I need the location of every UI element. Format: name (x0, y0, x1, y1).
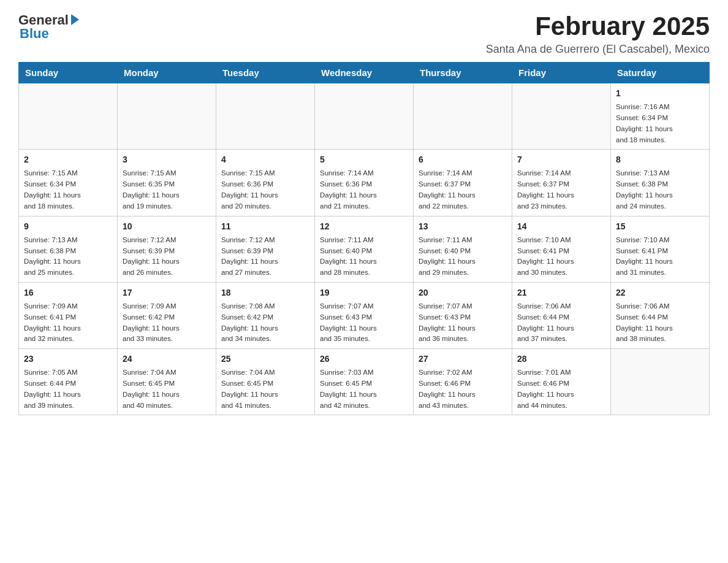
calendar-cell (315, 83, 414, 150)
calendar-cell: 21Sunrise: 7:06 AM Sunset: 6:44 PM Dayli… (512, 282, 611, 348)
day-info: Sunrise: 7:07 AM Sunset: 6:43 PM Dayligh… (320, 301, 408, 345)
day-number: 18 (221, 286, 309, 299)
day-number: 9 (24, 220, 112, 233)
day-info: Sunrise: 7:04 AM Sunset: 6:45 PM Dayligh… (123, 367, 211, 411)
calendar-cell: 1Sunrise: 7:16 AM Sunset: 6:34 PM Daylig… (611, 83, 710, 150)
calendar-table: SundayMondayTuesdayWednesdayThursdayFrid… (18, 62, 710, 415)
day-number: 24 (123, 353, 211, 366)
day-number: 1 (616, 87, 704, 100)
day-info: Sunrise: 7:15 AM Sunset: 6:34 PM Dayligh… (24, 168, 112, 212)
weekday-header-sunday: Sunday (19, 63, 118, 83)
calendar-cell (414, 83, 512, 150)
day-info: Sunrise: 7:09 AM Sunset: 6:42 PM Dayligh… (123, 301, 211, 345)
day-number: 6 (419, 153, 507, 166)
calendar-week-row: 2Sunrise: 7:15 AM Sunset: 6:34 PM Daylig… (19, 150, 710, 216)
day-number: 5 (320, 153, 408, 166)
day-number: 2 (24, 153, 112, 166)
calendar-cell: 12Sunrise: 7:11 AM Sunset: 6:40 PM Dayli… (315, 216, 414, 282)
weekday-header-friday: Friday (512, 63, 611, 83)
day-number: 26 (320, 353, 408, 366)
day-number: 11 (221, 220, 309, 233)
day-info: Sunrise: 7:10 AM Sunset: 6:41 PM Dayligh… (517, 235, 605, 278)
calendar-cell: 22Sunrise: 7:06 AM Sunset: 6:44 PM Dayli… (611, 282, 710, 348)
day-number: 27 (419, 353, 507, 366)
calendar-cell: 7Sunrise: 7:14 AM Sunset: 6:37 PM Daylig… (512, 150, 611, 216)
calendar-cell: 5Sunrise: 7:14 AM Sunset: 6:36 PM Daylig… (315, 150, 414, 216)
day-info: Sunrise: 7:03 AM Sunset: 6:45 PM Dayligh… (320, 367, 408, 411)
weekday-header-thursday: Thursday (414, 63, 512, 83)
day-info: Sunrise: 7:13 AM Sunset: 6:38 PM Dayligh… (24, 235, 112, 278)
calendar-cell: 9Sunrise: 7:13 AM Sunset: 6:38 PM Daylig… (19, 216, 118, 282)
day-number: 15 (616, 220, 704, 233)
day-info: Sunrise: 7:08 AM Sunset: 6:42 PM Dayligh… (221, 301, 309, 345)
day-info: Sunrise: 7:12 AM Sunset: 6:39 PM Dayligh… (221, 235, 309, 278)
weekday-header-row: SundayMondayTuesdayWednesdayThursdayFrid… (19, 63, 710, 83)
day-info: Sunrise: 7:04 AM Sunset: 6:45 PM Dayligh… (221, 367, 309, 411)
calendar-cell (19, 83, 118, 150)
calendar-cell: 19Sunrise: 7:07 AM Sunset: 6:43 PM Dayli… (315, 282, 414, 348)
day-number: 7 (517, 153, 605, 166)
day-number: 10 (123, 220, 211, 233)
calendar-cell: 11Sunrise: 7:12 AM Sunset: 6:39 PM Dayli… (216, 216, 315, 282)
day-number: 23 (24, 353, 112, 366)
weekday-header-wednesday: Wednesday (315, 63, 414, 83)
day-number: 22 (616, 286, 704, 299)
day-info: Sunrise: 7:11 AM Sunset: 6:40 PM Dayligh… (320, 235, 408, 278)
calendar-cell (611, 349, 710, 415)
day-info: Sunrise: 7:15 AM Sunset: 6:35 PM Dayligh… (123, 168, 211, 212)
calendar-cell: 18Sunrise: 7:08 AM Sunset: 6:42 PM Dayli… (216, 282, 315, 348)
calendar-week-row: 1Sunrise: 7:16 AM Sunset: 6:34 PM Daylig… (19, 83, 710, 150)
day-info: Sunrise: 7:14 AM Sunset: 6:36 PM Dayligh… (320, 168, 408, 212)
calendar-cell: 3Sunrise: 7:15 AM Sunset: 6:35 PM Daylig… (118, 150, 216, 216)
day-info: Sunrise: 7:13 AM Sunset: 6:38 PM Dayligh… (616, 168, 704, 212)
calendar-week-row: 16Sunrise: 7:09 AM Sunset: 6:41 PM Dayli… (19, 282, 710, 348)
day-number: 12 (320, 220, 408, 233)
calendar-cell: 8Sunrise: 7:13 AM Sunset: 6:38 PM Daylig… (611, 150, 710, 216)
day-number: 21 (517, 286, 605, 299)
day-info: Sunrise: 7:12 AM Sunset: 6:39 PM Dayligh… (123, 235, 211, 278)
page-subtitle: Santa Ana de Guerrero (El Cascabel), Mex… (486, 43, 710, 56)
calendar-cell: 16Sunrise: 7:09 AM Sunset: 6:41 PM Dayli… (19, 282, 118, 348)
calendar-cell: 28Sunrise: 7:01 AM Sunset: 6:46 PM Dayli… (512, 349, 611, 415)
calendar-body: 1Sunrise: 7:16 AM Sunset: 6:34 PM Daylig… (19, 83, 710, 415)
title-block: February 2025 Santa Ana de Guerrero (El … (486, 12, 710, 56)
calendar-cell: 17Sunrise: 7:09 AM Sunset: 6:42 PM Dayli… (118, 282, 216, 348)
day-number: 13 (419, 220, 507, 233)
day-number: 28 (517, 353, 605, 366)
calendar-cell: 14Sunrise: 7:10 AM Sunset: 6:41 PM Dayli… (512, 216, 611, 282)
day-info: Sunrise: 7:05 AM Sunset: 6:44 PM Dayligh… (24, 367, 112, 411)
calendar-cell (512, 83, 611, 150)
day-info: Sunrise: 7:07 AM Sunset: 6:43 PM Dayligh… (419, 301, 507, 345)
calendar-cell: 6Sunrise: 7:14 AM Sunset: 6:37 PM Daylig… (414, 150, 512, 216)
calendar-cell: 4Sunrise: 7:15 AM Sunset: 6:36 PM Daylig… (216, 150, 315, 216)
page-header: General Blue February 2025 Santa Ana de … (18, 12, 710, 56)
day-number: 19 (320, 286, 408, 299)
day-info: Sunrise: 7:14 AM Sunset: 6:37 PM Dayligh… (517, 168, 605, 212)
page-title: February 2025 (486, 12, 710, 40)
calendar-cell: 15Sunrise: 7:10 AM Sunset: 6:41 PM Dayli… (611, 216, 710, 282)
calendar-week-row: 23Sunrise: 7:05 AM Sunset: 6:44 PM Dayli… (19, 349, 710, 415)
day-info: Sunrise: 7:09 AM Sunset: 6:41 PM Dayligh… (24, 301, 112, 345)
day-number: 16 (24, 286, 112, 299)
day-info: Sunrise: 7:14 AM Sunset: 6:37 PM Dayligh… (419, 168, 507, 212)
day-info: Sunrise: 7:16 AM Sunset: 6:34 PM Dayligh… (616, 102, 704, 145)
logo: General Blue (18, 12, 79, 42)
calendar-cell: 27Sunrise: 7:02 AM Sunset: 6:46 PM Dayli… (414, 349, 512, 415)
calendar-cell: 2Sunrise: 7:15 AM Sunset: 6:34 PM Daylig… (19, 150, 118, 216)
calendar-cell (216, 83, 315, 150)
day-number: 4 (221, 153, 309, 166)
calendar-header: SundayMondayTuesdayWednesdayThursdayFrid… (19, 63, 710, 83)
weekday-header-saturday: Saturday (611, 63, 710, 83)
day-number: 14 (517, 220, 605, 233)
calendar-cell: 24Sunrise: 7:04 AM Sunset: 6:45 PM Dayli… (118, 349, 216, 415)
calendar-cell: 26Sunrise: 7:03 AM Sunset: 6:45 PM Dayli… (315, 349, 414, 415)
logo-blue-text: Blue (20, 26, 49, 42)
day-number: 8 (616, 153, 704, 166)
calendar-cell: 20Sunrise: 7:07 AM Sunset: 6:43 PM Dayli… (414, 282, 512, 348)
day-info: Sunrise: 7:06 AM Sunset: 6:44 PM Dayligh… (616, 301, 704, 345)
day-info: Sunrise: 7:02 AM Sunset: 6:46 PM Dayligh… (419, 367, 507, 411)
weekday-header-monday: Monday (118, 63, 216, 83)
calendar-week-row: 9Sunrise: 7:13 AM Sunset: 6:38 PM Daylig… (19, 216, 710, 282)
calendar-cell: 23Sunrise: 7:05 AM Sunset: 6:44 PM Dayli… (19, 349, 118, 415)
day-number: 17 (123, 286, 211, 299)
